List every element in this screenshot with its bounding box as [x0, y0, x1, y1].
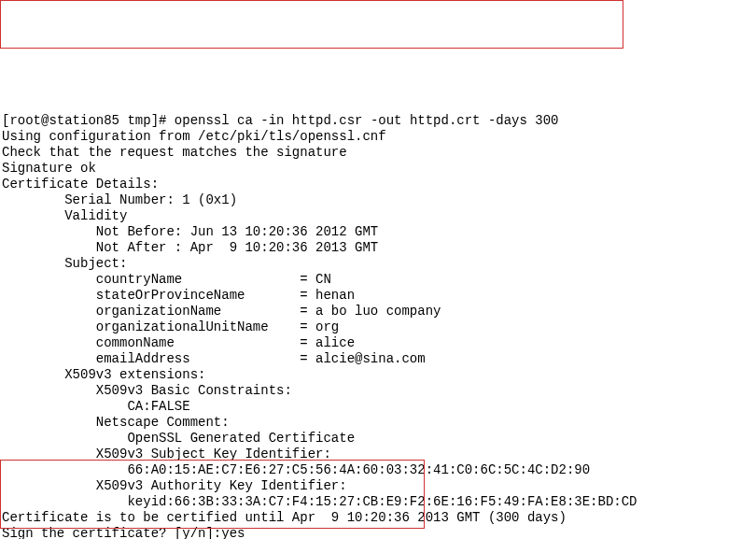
highlight-box-top: [0, 0, 623, 49]
terminal-line: X509v3 Subject Key Identifier:: [2, 447, 754, 462]
terminal-line: Certificate is to be certified until Apr…: [2, 510, 754, 526]
terminal-line: X509v3 extensions:: [2, 367, 754, 383]
terminal-line: X509v3 Authority Key Identifier:: [2, 478, 754, 494]
terminal-line: stateOrProvinceName = henan: [2, 288, 754, 304]
terminal-line: 66:A0:15:AE:C7:E6:27:C5:56:4A:60:03:32:4…: [2, 462, 754, 478]
terminal-line-1: [root@station85 tmp]# openssl ca -in htt…: [2, 113, 754, 129]
terminal-line: X509v3 Basic Constraints:: [2, 383, 754, 399]
terminal-line: Not After : Apr 9 10:20:36 2013 GMT: [2, 240, 754, 256]
terminal-line: Netscape Comment:: [2, 415, 754, 431]
terminal-line: Not Before: Jun 13 10:20:36 2012 GMT: [2, 224, 754, 240]
command-text: openssl ca -in httpd.csr -out httpd.crt …: [175, 113, 559, 128]
terminal-line: organizationalUnitName = org: [2, 319, 754, 335]
terminal-line: CA:FALSE: [2, 399, 754, 415]
terminal-line: OpenSSL Generated Certificate: [2, 431, 754, 447]
terminal-line: organizationName = a bo luo company: [2, 304, 754, 319]
terminal-line: Sign the certificate? [y/n]:yes: [2, 526, 754, 539]
terminal-line: Validity: [2, 208, 754, 224]
terminal-line: commonName = alice: [2, 335, 754, 351]
terminal-line: countryName = CN: [2, 272, 754, 288]
terminal-line: Serial Number: 1 (0x1): [2, 192, 754, 208]
terminal-line: keyid:66:3B:33:3A:C7:F4:15:27:CB:E9:F2:6…: [2, 494, 754, 510]
shell-prompt[interactable]: [root@station85 tmp]#: [2, 113, 175, 128]
terminal-line: Using configuration from /etc/pki/tls/op…: [2, 129, 754, 145]
terminal-line: Subject:: [2, 256, 754, 272]
terminal-line: emailAddress = alcie@sina.com: [2, 351, 754, 367]
terminal-line: Signature ok: [2, 161, 754, 177]
terminal-line: Certificate Details:: [2, 177, 754, 192]
terminal-line: Check that the request matches the signa…: [2, 145, 754, 161]
